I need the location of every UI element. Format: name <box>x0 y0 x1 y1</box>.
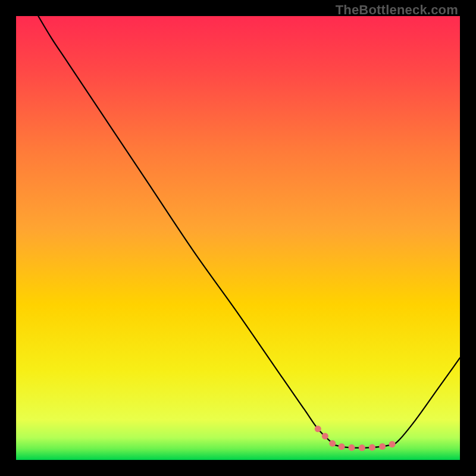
chart-frame: TheBottleneck.com <box>0 0 476 476</box>
gradient-background <box>16 16 460 460</box>
chart-svg <box>16 16 460 460</box>
plot-area <box>16 16 460 460</box>
